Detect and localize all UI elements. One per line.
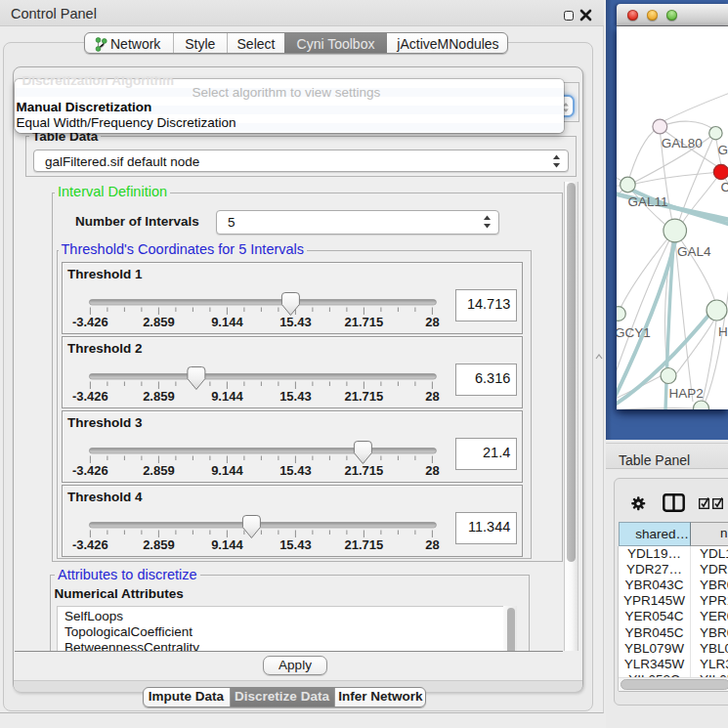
svg-text:GAL11: GAL11 [628,194,668,209]
svg-text:-3.426: -3.426 [72,315,108,329]
svg-text:28: 28 [425,537,439,552]
svg-text:15.43: 15.43 [279,463,312,478]
svg-text:2.859: 2.859 [143,463,175,478]
svg-text:GAL80: GAL80 [662,136,703,150]
svg-text:21.715: 21.715 [344,537,383,552]
svg-text:GA: GA [718,143,728,157]
svg-text:15.43: 15.43 [279,537,312,552]
svg-text:9.144: 9.144 [211,537,243,552]
svg-text:-3.426: -3.426 [72,389,108,404]
svg-text:15.43: 15.43 [279,389,312,404]
svg-text:9.144: 9.144 [211,315,243,329]
svg-text:2.859: 2.859 [143,537,175,552]
svg-text:21.715: 21.715 [344,315,383,329]
svg-text:GCY1: GCY1 [617,325,651,340]
svg-text:-3.426: -3.426 [72,463,108,478]
svg-text:21.715: 21.715 [344,463,383,478]
svg-text:28: 28 [425,389,439,404]
svg-text:GAL4: GAL4 [677,244,711,259]
svg-text:21.715: 21.715 [344,389,383,404]
svg-text:C: C [721,180,728,194]
svg-text:HAP2: HAP2 [669,386,704,401]
svg-text:2.859: 2.859 [143,315,175,329]
svg-text:15.43: 15.43 [279,315,312,329]
svg-text:9.144: 9.144 [211,389,243,404]
svg-text:28: 28 [425,463,439,478]
svg-text:H: H [718,324,728,339]
svg-text:9.144: 9.144 [211,463,243,478]
svg-text:2.859: 2.859 [143,389,175,404]
svg-text:-3.426: -3.426 [72,537,108,552]
svg-text:28: 28 [425,315,439,329]
